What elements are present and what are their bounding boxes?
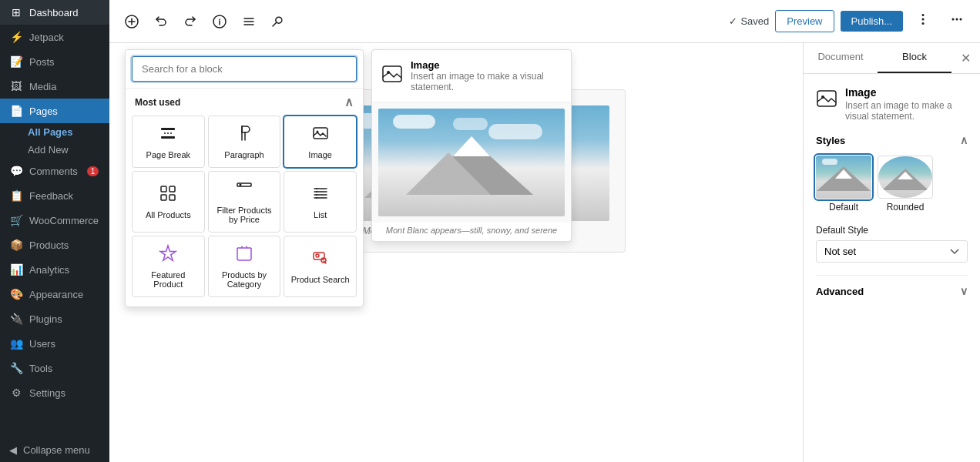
undo-button[interactable] (148, 10, 174, 33)
posts-icon: 📝 (9, 55, 23, 68)
analytics-icon: 📊 (9, 263, 23, 276)
products-by-category-icon (235, 244, 253, 267)
image-block-icon (311, 124, 330, 147)
redo-button[interactable] (177, 10, 203, 33)
plugins-icon: 🔌 (9, 313, 23, 325)
sidebar-item-products[interactable]: 📦 Products (0, 233, 109, 257)
sidebar-item-dashboard[interactable]: ⊞ Dashboard (0, 0, 109, 25)
svg-point-2 (952, 18, 955, 21)
sidebar-item-media[interactable]: 🖼 Media (0, 74, 109, 99)
svg-point-3 (956, 18, 958, 21)
block-item-products-by-category[interactable]: Products by Category (208, 236, 281, 297)
svg-point-16 (316, 191, 317, 192)
image-preview-caption: Mont Blanc appears—still, snowy, and ser… (372, 223, 571, 241)
svg-rect-9 (161, 186, 166, 192)
tab-block[interactable]: Block (878, 43, 951, 73)
svg-rect-11 (161, 195, 166, 200)
list-icon (311, 184, 330, 207)
publish-button[interactable]: Publish... (841, 11, 903, 32)
sidebar-item-analytics[interactable]: 📊 Analytics (0, 257, 109, 282)
block-label-all-products: All Products (146, 210, 191, 219)
svg-rect-5 (161, 128, 175, 130)
page-content[interactable]: Mont Blanc appears—still, snowy, and ser… (109, 43, 803, 462)
sidebar-item-posts[interactable]: 📝 Posts (0, 49, 109, 74)
svg-rect-24 (817, 91, 836, 106)
sidebar: ⊞ Dashboard ⚡ Jetpack 📝 Posts 🖼 Media 📄 … (0, 0, 109, 462)
sidebar-item-jetpack[interactable]: ⚡ Jetpack (0, 25, 109, 49)
svg-point-20 (316, 254, 319, 257)
sidebar-item-plugins[interactable]: 🔌 Plugins (0, 306, 109, 331)
advanced-section: Advanced ∨ (816, 275, 968, 297)
image-preview-panel: Image Insert an image to make a visual s… (371, 49, 572, 242)
sidebar-item-comments[interactable]: 💬 Comments 1 (0, 159, 109, 183)
styles-chevron[interactable]: ∧ (960, 134, 968, 146)
tools-button[interactable] (265, 10, 291, 33)
comments-badge: 1 (87, 166, 99, 176)
block-search-container (126, 50, 363, 89)
right-panel-tabs: Document Block ✕ (804, 43, 980, 74)
toggle-section-button[interactable]: ∧ (344, 95, 354, 109)
products-icon: 📦 (9, 239, 23, 251)
list-view-button[interactable] (236, 10, 262, 33)
featured-product-icon (159, 244, 177, 267)
users-icon: 👥 (9, 337, 23, 350)
tools-icon: 🔧 (9, 362, 23, 374)
block-item-featured-product[interactable]: Featured Product (132, 236, 205, 297)
svg-point-4 (960, 18, 962, 21)
svg-point-15 (316, 188, 317, 189)
block-label-list: List (314, 210, 327, 219)
sidebar-item-all-pages[interactable]: All Pages (18, 123, 109, 141)
pages-submenu: All Pages Add New (0, 123, 109, 159)
editor-area: Mont Blanc appears—still, snowy, and ser… (109, 43, 980, 462)
mountain-preview-image (378, 109, 565, 216)
right-panel-content: Image Insert an image to make a visual s… (804, 74, 980, 319)
svg-rect-12 (169, 195, 175, 200)
default-style-select[interactable]: Not set (816, 240, 968, 263)
sidebar-item-settings[interactable]: ⚙ Settings (0, 380, 109, 405)
block-info-icon (816, 88, 837, 114)
sidebar-item-feedback[interactable]: 📋 Feedback (0, 183, 109, 208)
image-preview-image-container (372, 102, 571, 223)
product-search-icon (311, 249, 330, 272)
block-item-filter-products[interactable]: Filter Products by Price (208, 171, 281, 233)
block-item-list[interactable]: List (284, 171, 357, 233)
collapse-icon: ◀ (9, 444, 17, 456)
main-editor: ✓ Saved Preview Publish... (109, 0, 980, 462)
block-search-input[interactable] (132, 56, 357, 82)
tab-document[interactable]: Document (804, 43, 878, 73)
filter-products-icon (235, 179, 253, 203)
panel-settings-button[interactable] (909, 7, 937, 35)
sidebar-item-users[interactable]: 👥 Users (0, 331, 109, 356)
more-options-button[interactable] (943, 7, 971, 35)
media-icon: 🖼 (9, 80, 23, 92)
jetpack-icon: ⚡ (9, 31, 23, 43)
default-style-label: Default Style (816, 225, 968, 236)
advanced-chevron[interactable]: ∨ (960, 285, 968, 297)
block-item-product-search[interactable]: Product Search (284, 236, 357, 297)
editor-toolbar: ✓ Saved Preview Publish... (109, 0, 980, 43)
block-label-product-search: Product Search (291, 275, 350, 284)
block-item-image[interactable]: Image (284, 116, 357, 168)
style-preview-rounded (878, 156, 933, 199)
toolbar-right: ✓ Saved Preview Publish... (729, 7, 971, 35)
sidebar-item-pages[interactable]: 📄 Pages (0, 99, 109, 123)
sidebar-item-add-new[interactable]: Add New (18, 141, 109, 159)
style-option-rounded[interactable]: Rounded (878, 156, 933, 213)
svg-rect-6 (161, 136, 175, 139)
svg-point-25 (821, 95, 824, 99)
block-item-page-break[interactable]: Page Break (132, 116, 205, 168)
svg-point-18 (316, 197, 317, 199)
style-option-default[interactable]: Default (816, 156, 871, 213)
block-item-all-products[interactable]: All Products (132, 171, 205, 233)
image-preview-header: Image Insert an image to make a visual s… (372, 50, 571, 102)
sidebar-item-woocommerce[interactable]: 🛒 WooCommerce (0, 208, 109, 233)
preview-button[interactable]: Preview (775, 10, 834, 32)
sidebar-item-tools[interactable]: 🔧 Tools (0, 356, 109, 380)
block-item-paragraph[interactable]: Paragraph (208, 116, 281, 168)
block-info-text: Image Insert an image to make a visual s… (845, 86, 968, 122)
info-button[interactable] (206, 10, 233, 33)
add-block-button[interactable] (119, 10, 145, 33)
sidebar-item-appearance[interactable]: 🎨 Appearance (0, 282, 109, 306)
collapse-menu-button[interactable]: ◀ Collapse menu (0, 438, 109, 462)
close-panel-button[interactable]: ✕ (951, 43, 980, 73)
